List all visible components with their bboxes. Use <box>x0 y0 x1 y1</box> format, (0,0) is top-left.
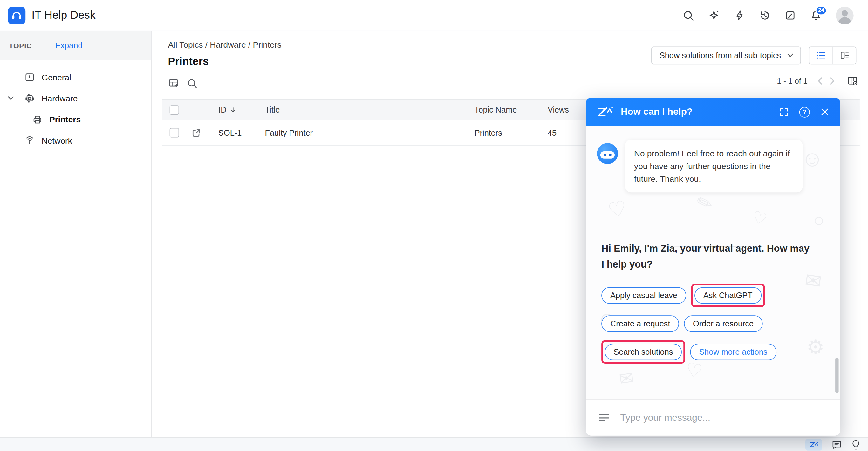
app-logo <box>8 6 25 24</box>
sidebar-item-hardware[interactable]: Hardware <box>0 88 151 109</box>
search-icon[interactable] <box>683 10 694 21</box>
view-toggle <box>809 47 856 64</box>
help-icon[interactable] <box>799 107 810 117</box>
chat-message-input[interactable] <box>619 412 828 424</box>
history-icon[interactable] <box>759 10 770 21</box>
chat-body: No problem! Feel free to reach out again… <box>586 126 840 399</box>
sidebar-item-label: General <box>42 72 71 82</box>
chat-scrollbar-thumb[interactable] <box>835 358 838 393</box>
column-header-topic[interactable]: Topic Name <box>467 105 540 114</box>
notification-badge: 24 <box>815 5 827 15</box>
topic-tree: General Hardware Printers <box>0 66 151 151</box>
table-add-icon[interactable] <box>168 78 179 89</box>
quick-actions-row: Apply casual leave Ask ChatGPT <box>601 284 765 307</box>
solution-topic: Printers <box>467 128 540 137</box>
sidebar-item-label: Printers <box>49 114 81 124</box>
sidebar-item-general[interactable]: General <box>0 66 151 87</box>
sidebar-header: TOPIC Expand <box>0 31 151 60</box>
chip-show-more-actions[interactable]: Show more actions <box>690 343 776 360</box>
chip-apply-casual-leave[interactable]: Apply casual leave <box>601 287 686 303</box>
highlight-annotation: Search solutions <box>601 340 685 364</box>
chip-search-solutions[interactable]: Search solutions <box>605 343 682 360</box>
chevron-down-icon[interactable] <box>8 96 14 100</box>
headset-icon <box>10 9 23 21</box>
brand: IT Help Desk <box>8 6 95 24</box>
bot-message-row: No problem! Feel free to reach out again… <box>597 140 803 192</box>
chat-header: How can I help? <box>586 97 840 126</box>
user-avatar[interactable] <box>836 6 854 24</box>
prev-page-icon[interactable] <box>817 77 823 85</box>
next-page-icon[interactable] <box>830 77 835 85</box>
column-header-title[interactable]: Title <box>257 105 467 114</box>
expand-link[interactable]: Expand <box>55 41 83 50</box>
column-header-id[interactable]: ID <box>218 105 226 114</box>
chat-greeting: Hi Emily, I'm Zia, your virtual agent. H… <box>601 241 814 273</box>
topbar-actions: 24 <box>683 6 860 24</box>
subtopic-filter-value: Show solutions from all sub-topics <box>659 51 781 60</box>
message-options-icon[interactable] <box>598 412 610 424</box>
sort-descending-icon[interactable] <box>230 107 236 113</box>
open-in-new-icon[interactable] <box>191 128 201 138</box>
zia-bot-avatar <box>597 143 618 164</box>
general-topic-icon <box>25 72 35 82</box>
zia-chat-panel: How can I help? <box>586 97 840 436</box>
zia-toggle-icon[interactable] <box>805 439 822 450</box>
topbar: IT Help Desk 24 <box>0 0 868 31</box>
feedback-comment-icon[interactable] <box>832 439 842 450</box>
sparkle-icon[interactable] <box>708 10 720 21</box>
pagination-label: 1 - 1 of 1 <box>777 77 808 86</box>
lightbulb-icon[interactable] <box>851 439 860 450</box>
hardware-chip-icon <box>25 93 35 103</box>
chat-title: How can I help? <box>621 107 692 118</box>
close-icon[interactable] <box>820 108 829 116</box>
list-view-icon[interactable] <box>809 47 832 64</box>
chat-input-bar <box>586 399 840 436</box>
solution-id: SOL-1 <box>218 128 242 137</box>
topic-section-label: TOPIC <box>9 41 32 50</box>
detail-view-icon[interactable] <box>832 47 856 64</box>
select-all-checkbox[interactable] <box>170 105 179 114</box>
column-settings-icon[interactable] <box>847 75 858 86</box>
solution-title[interactable]: Faulty Printer <box>257 128 467 137</box>
chip-create-a-request[interactable]: Create a request <box>601 315 679 332</box>
bot-message-bubble: No problem! Feel free to reach out again… <box>625 140 803 192</box>
zia-logo-icon <box>597 106 613 118</box>
app-title: IT Help Desk <box>31 9 95 22</box>
network-icon <box>25 135 35 146</box>
sidebar-item-label: Hardware <box>42 93 78 103</box>
sidebar: TOPIC Expand General Hardware <box>0 31 152 437</box>
sidebar-item-network[interactable]: Network <box>0 130 151 151</box>
app-root: IT Help Desk 24 <box>0 0 868 451</box>
fullscreen-icon[interactable] <box>779 107 789 117</box>
filter-area: Show solutions from all sub-topics <box>651 47 857 64</box>
bottom-bar <box>0 437 868 451</box>
quick-actions: Apply casual leave Ask ChatGPT Create a … <box>601 284 776 364</box>
highlight-annotation: Ask ChatGPT <box>691 284 765 307</box>
row-checkbox[interactable] <box>170 128 179 138</box>
subtopic-filter-dropdown[interactable]: Show solutions from all sub-topics <box>651 47 801 64</box>
chat-header-actions <box>779 107 829 117</box>
quick-actions-row: Create a request Order a resource <box>601 312 763 335</box>
printer-icon <box>32 114 42 124</box>
quick-actions-row: Search solutions Show more actions <box>601 340 776 364</box>
chevron-down-icon <box>787 53 794 58</box>
sidebar-item-label: Network <box>42 136 72 145</box>
chip-ask-chatgpt[interactable]: Ask ChatGPT <box>694 287 761 303</box>
notifications-bell-icon[interactable]: 24 <box>810 10 822 21</box>
chip-order-a-resource[interactable]: Order a resource <box>684 315 763 332</box>
feedback-icon[interactable] <box>785 10 796 21</box>
list-search-icon[interactable] <box>187 78 197 88</box>
quick-actions-lightning-icon[interactable] <box>734 10 745 21</box>
sidebar-item-printers[interactable]: Printers <box>0 109 151 130</box>
list-toolbar <box>168 77 868 89</box>
pagination-row: 1 - 1 of 1 <box>777 74 858 88</box>
